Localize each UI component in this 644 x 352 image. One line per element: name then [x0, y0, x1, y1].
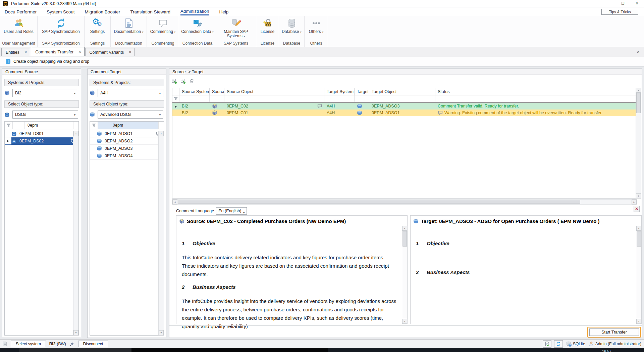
scroll-down-icon[interactable] — [159, 330, 164, 335]
doc-tab-comment-variants[interactable]: Comment Variants — [85, 48, 135, 56]
tab-migration-booster[interactable]: Migration Booster — [85, 8, 120, 15]
source-object-type-select[interactable]: DSOs — [12, 111, 78, 119]
validation-log-button[interactable] — [543, 340, 551, 348]
list-item[interactable]: 0EPM_ADSO4 — [90, 152, 164, 160]
doc-tab-comments-transfer[interactable]: Comments Transfer — [31, 47, 84, 56]
vertical-scrollbar[interactable] — [158, 131, 164, 335]
list-item[interactable]: 0EPM_DS01 — [5, 130, 78, 137]
col-target-type[interactable]: Target... — [355, 88, 369, 95]
funnel-icon[interactable] — [90, 122, 98, 129]
table-filter-row[interactable] — [172, 95, 637, 103]
scroll-thumb[interactable] — [178, 200, 580, 204]
connection-data-button[interactable]: Connection Data — [179, 16, 216, 41]
panel-title: Comment Source — [2, 69, 81, 75]
connector-icon — [69, 341, 75, 347]
tab-system-scout[interactable]: System Scout — [47, 8, 74, 15]
taskbar-sliver: 16:57 — [0, 348, 644, 352]
scroll-left-icon[interactable] — [172, 200, 177, 205]
chevron-down-icon — [322, 30, 323, 34]
disconnect-button[interactable]: Disconnect — [78, 341, 108, 347]
start-transfer-button[interactable]: Start Transfer — [589, 328, 639, 336]
chevron-down-icon — [300, 30, 302, 34]
tab-administration[interactable]: Administration — [180, 8, 209, 15]
delete-mapping-button[interactable] — [188, 78, 196, 85]
comment-language-select[interactable]: En (English) — [216, 207, 247, 215]
close-button[interactable] — [630, 0, 644, 7]
col-status[interactable]: Status — [435, 88, 637, 95]
refresh-button[interactable] — [554, 340, 563, 348]
panel-title: Source -> Target — [169, 69, 642, 75]
settings-button[interactable]: Settings — [85, 16, 110, 41]
close-tab-icon[interactable] — [128, 50, 131, 54]
scroll-up-icon[interactable] — [402, 226, 407, 231]
scroll-thumb[interactable] — [637, 231, 641, 247]
scroll-down-icon[interactable] — [636, 193, 641, 199]
unmap-objects-button[interactable] — [179, 78, 187, 85]
table-vertical-scrollbar[interactable] — [636, 88, 641, 199]
ribbon: Users and Roles User Management SAP Sync… — [0, 16, 644, 47]
doc-heading: 1Objective — [182, 240, 397, 246]
ribbon-tab-bar: Docu Performer System Scout Migration Bo… — [0, 7, 644, 16]
others-button[interactable]: Others — [305, 16, 328, 41]
close-tab-icon[interactable] — [24, 50, 27, 54]
users-and-roles-button[interactable]: Users and Roles — [0, 16, 37, 41]
tab-help[interactable]: Help — [219, 8, 228, 15]
close-tab-icon[interactable] — [78, 50, 81, 54]
mapping-row[interactable]: BI2 0EPM_C02 A4H 0EPM_ADSO3 Comment Tran… — [172, 103, 637, 109]
vertical-scrollbar[interactable] — [73, 131, 78, 335]
minimize-button[interactable] — [602, 0, 616, 7]
col-target-system[interactable]: Target System — [324, 88, 355, 95]
group-label: Documentation — [111, 41, 147, 47]
filter-input[interactable]: 0epm — [110, 122, 158, 129]
tab-translation-steward[interactable]: Translation Steward — [130, 8, 170, 15]
col-target-object[interactable]: Target Object — [369, 88, 435, 95]
license-button[interactable]: License — [256, 16, 279, 41]
vertical-scrollbar[interactable] — [636, 226, 641, 324]
source-system-select[interactable]: BI2 — [12, 89, 78, 97]
scroll-up-icon[interactable] — [636, 88, 641, 93]
col-source-system[interactable]: Source System — [179, 88, 210, 95]
list-item-selected[interactable]: 0EPM_DS02 — [5, 137, 78, 145]
maintain-sap-systems-button[interactable]: Maintain SAP Systems — [216, 16, 256, 41]
object-type-label: Select Object type: — [90, 100, 164, 108]
filter-input[interactable]: 0epm — [25, 122, 73, 129]
scroll-right-icon[interactable] — [632, 200, 637, 205]
col-source-object[interactable]: Source Object — [224, 88, 324, 95]
database-button[interactable]: Database — [279, 16, 304, 41]
vertical-scrollbar[interactable] — [402, 226, 407, 324]
tab-docu-performer[interactable]: Docu Performer — [5, 8, 37, 15]
list-item[interactable]: 0EPM_ADSO2 — [90, 137, 164, 145]
doc-tab-entities[interactable]: Entities — [1, 48, 30, 56]
scroll-up-icon[interactable] — [636, 226, 641, 231]
document-icon — [123, 18, 134, 29]
documentation-button[interactable]: Documentation — [111, 16, 147, 41]
target-system-select[interactable]: A4H — [98, 89, 163, 97]
info-text: Create object mapping via drag and drop — [13, 59, 90, 64]
close-document-area-icon[interactable] — [637, 50, 640, 54]
map-objects-button[interactable] — [171, 78, 178, 85]
scroll-thumb[interactable] — [636, 93, 641, 113]
close-comment-view-button[interactable] — [634, 206, 640, 212]
col-source-type[interactable]: Source... — [210, 88, 224, 95]
scroll-up-icon[interactable] — [159, 131, 164, 136]
scroll-up-icon[interactable] — [73, 131, 78, 136]
scroll-down-icon[interactable] — [636, 319, 641, 324]
taskbar-clock: 16:57 — [602, 349, 611, 352]
scroll-down-icon[interactable] — [402, 319, 407, 324]
scroll-thumb[interactable] — [402, 231, 407, 247]
filter-row[interactable]: 0epm — [90, 122, 164, 130]
filter-row[interactable]: 0epm — [5, 122, 78, 130]
table-horizontal-scrollbar[interactable] — [172, 199, 637, 205]
select-system-button[interactable]: Select system — [11, 341, 46, 347]
tips-and-tricks-button[interactable]: Tips & Tricks — [601, 9, 638, 15]
mapping-row[interactable]: BI2 0EPM_C01 A4H 0EPM_ADSO1 Warning. Exi… — [172, 109, 637, 116]
system-cube-icon — [4, 90, 10, 96]
list-item[interactable]: 0EPM_ADSO1 — [90, 130, 164, 137]
sap-synchronization-button[interactable]: SAP Synchronization — [38, 16, 84, 41]
funnel-icon[interactable] — [5, 122, 13, 129]
list-item[interactable]: 0EPM_ADSO3 — [90, 145, 164, 152]
target-object-type-select[interactable]: Advanced DSOs — [98, 111, 163, 119]
scroll-down-icon[interactable] — [73, 330, 78, 335]
commenting-button[interactable]: Commenting — [147, 16, 179, 41]
maximize-button[interactable] — [616, 0, 630, 7]
